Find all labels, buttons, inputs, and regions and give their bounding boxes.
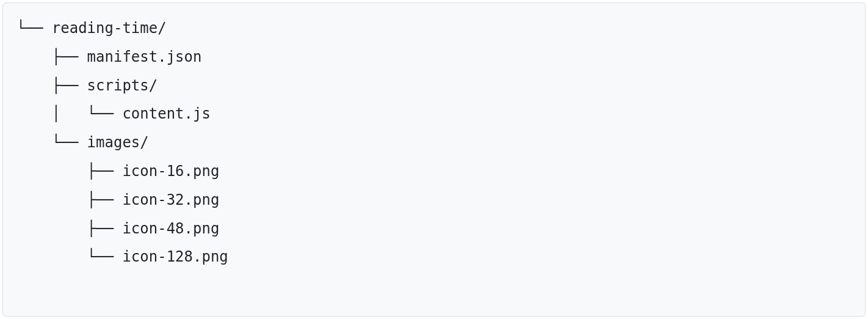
directory-tree-block: └── reading-time/ ├── manifest.json ├── …: [2, 2, 866, 317]
tree-line: └── images/: [16, 128, 852, 157]
tree-node-name: icon-32.png: [122, 191, 219, 208]
tree-line: ├── icon-32.png: [16, 186, 852, 215]
tree-prefix: ├──: [16, 77, 78, 94]
tree-prefix: ├──: [16, 220, 114, 237]
tree-node-name: icon-16.png: [122, 163, 219, 180]
tree-node-name: reading-time/: [52, 20, 167, 37]
tree-line: │ └── content.js: [16, 100, 852, 128]
tree-prefix: └──: [16, 20, 43, 37]
tree-node-name: manifest.json: [87, 48, 202, 65]
tree-node-name: icon-48.png: [122, 220, 219, 237]
tree-prefix: ├──: [16, 48, 78, 65]
tree-line: ├── icon-48.png: [16, 215, 852, 243]
tree-node-name: scripts/: [87, 77, 158, 94]
tree-prefix: │ └──: [16, 105, 114, 122]
tree-node-name: icon-128.png: [122, 248, 228, 265]
tree-line: ├── icon-16.png: [16, 157, 852, 186]
tree-node-name: images/: [87, 134, 149, 151]
tree-node-name: content.js: [122, 105, 211, 122]
tree-prefix: ├──: [16, 191, 114, 208]
tree-line: ├── manifest.json: [16, 43, 852, 72]
tree-line: ├── scripts/: [16, 72, 852, 100]
tree-prefix: └──: [16, 134, 78, 151]
tree-prefix: ├──: [16, 163, 114, 180]
tree-line: └── icon-128.png: [16, 243, 852, 271]
tree-prefix: └──: [16, 248, 114, 265]
tree-line-root: └── reading-time/: [16, 14, 852, 43]
